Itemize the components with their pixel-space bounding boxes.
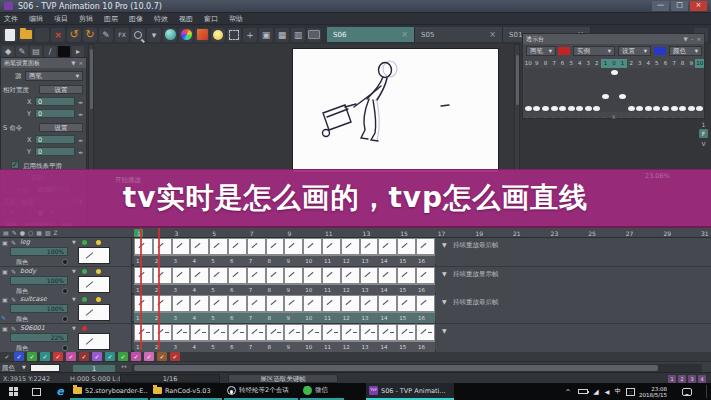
edge-button[interactable]: e [52,383,68,400]
frame-cell[interactable]: 11 [322,295,341,323]
layer-color-dot[interactable] [62,345,68,351]
light-table-dropdown[interactable]: 实例▾ [573,46,615,56]
layer-opacity-field[interactable]: 100% [10,304,68,313]
layer-color-dot[interactable] [62,259,68,265]
layer-opacity-field[interactable]: 100% [10,276,68,285]
post-behavior[interactable]: ▼持续重放最后帧 [436,295,711,323]
frame-cell[interactable]: 1 [134,295,153,323]
frame-thumbnail[interactable] [210,296,227,311]
frame-cell[interactable]: 15 [397,295,416,323]
menu-item[interactable]: 编辑 [29,14,43,24]
frame-offset-label[interactable]: 1 [601,59,610,68]
post-behavior[interactable]: ▼ [436,324,711,352]
frame-cell[interactable]: 11 [322,238,341,266]
taskbar-task[interactable]: 转经纶等2个会话 [224,383,298,400]
frame-thumbnail[interactable] [323,239,340,254]
frame-offset-label[interactable]: 5 [653,59,662,68]
frame-thumbnail[interactable] [417,239,434,254]
chevron-down-icon[interactable]: ▼ [22,364,26,370]
light-table-dropdown[interactable]: 画笔▾ [526,46,556,56]
frame-cell[interactable]: 7 [247,295,266,323]
menu-item[interactable]: 帮助 [229,14,243,24]
chevron-down-icon[interactable]: ▼ [442,270,447,277]
frame-thumbnail[interactable] [361,239,378,254]
frame-cell[interactable]: 6 [228,295,247,323]
timeline-header-icon[interactable]: ● [20,229,25,236]
light-icon[interactable] [211,28,225,42]
frame-thumbnail[interactable] [248,296,265,311]
frame-thumbnail[interactable] [323,268,340,283]
frame-thumbnail[interactable] [323,296,340,311]
frame-thumbnail[interactable] [398,325,415,340]
frame-cell[interactable]: 8 [266,238,285,266]
crosshair-icon[interactable]: + [243,28,257,42]
layer-thumbnail[interactable] [78,247,110,264]
frame-thumbnail[interactable] [267,268,284,283]
smooth-checkbox[interactable]: ✓ [11,161,19,169]
opacity-handle[interactable] [585,106,592,111]
frame-cell[interactable]: 8 [266,267,285,295]
layout-icon[interactable]: ▥ [291,28,305,42]
chevron-down-icon[interactable]: ▼ [442,241,447,248]
frame-cell[interactable]: 1 [134,238,153,266]
frame-cell[interactable]: 13 [360,238,379,266]
frame-cell[interactable]: 3 [172,267,191,295]
layer-name[interactable]: S06001 [20,324,45,332]
color-group-checkbox[interactable]: ✓ [105,352,115,361]
color-group-checkbox[interactable]: ✓ [92,352,102,361]
panel-button-icon[interactable]: – [691,36,694,42]
frame-thumbnail[interactable] [248,325,265,340]
color-group-checkbox[interactable]: ✓ [53,352,63,361]
opacity-handle[interactable] [551,106,558,111]
frame-cell[interactable]: 6 [228,238,247,266]
frame-offset-label[interactable]: 1 [618,59,627,68]
frame-cell[interactable]: 16 [416,295,435,323]
opacity-handle[interactable] [671,106,678,111]
frame-thumbnail[interactable] [135,239,152,254]
menu-item[interactable]: 图层 [104,14,118,24]
frame-offset-label[interactable]: 4 [575,59,584,68]
playhead-line[interactable] [140,228,142,350]
frame-cell[interactable]: 11 [322,267,341,295]
layer-controls[interactable]: ▣✎leg▼100%颜色 [0,238,132,266]
chevron-down-icon[interactable]: ▼ [442,327,447,334]
sy-field[interactable]: 0 [35,147,75,156]
frame-cell[interactable]: 9 [284,267,303,295]
layer-light-dot[interactable] [96,269,101,274]
frame-thumbnail[interactable] [304,296,321,311]
layer-state-dot[interactable] [82,240,87,245]
opacity-handle[interactable] [525,106,532,111]
frame-thumbnail[interactable] [267,239,284,254]
frame-offset-label[interactable]: 6 [558,59,567,68]
opacity-handle[interactable] [688,106,695,111]
color-group-checkbox[interactable]: ✓ [14,352,24,361]
color-group-checkbox[interactable]: ✓ [131,352,141,361]
delete-icon[interactable]: × [51,28,65,42]
frame-cell[interactable]: 15 [397,238,416,266]
frame-thumbnail[interactable] [210,325,227,340]
frame-offset-label[interactable]: 8 [541,59,550,68]
frame-thumbnail[interactable] [210,268,227,283]
opacity-handle[interactable] [653,106,660,111]
frame-thumbnail[interactable] [267,325,284,340]
frame-offset-label[interactable]: 6 [661,59,670,68]
timeline-header-icon[interactable]: ▦ [36,229,42,236]
frame-thumbnail[interactable] [173,268,190,283]
pen-mode-icon[interactable]: ✎ [99,28,113,42]
frame-thumbnail[interactable] [304,268,321,283]
opacity-handle[interactable] [559,106,566,111]
opacity-handle[interactable] [542,106,549,111]
frame-thumbnail[interactable] [417,296,434,311]
frame-offset-label[interactable]: 7 [550,59,559,68]
close-icon[interactable]: × [78,60,83,66]
room-button-2[interactable]: 2 [678,375,686,383]
color-group-checkbox[interactable]: ✓ [170,352,180,361]
frame-offset-label[interactable]: 3 [584,59,593,68]
maximize-button[interactable]: □ [671,1,688,11]
frame-cell[interactable]: 14 [378,295,397,323]
tab-s05[interactable]: S05× [415,27,503,42]
layer-controls[interactable]: ▣✎body▼100%颜色 [0,267,132,295]
frame-thumbnail[interactable] [361,296,378,311]
light-table-dropdown[interactable]: 设置▾ [618,46,651,56]
frame-cell[interactable]: 9 [284,238,303,266]
